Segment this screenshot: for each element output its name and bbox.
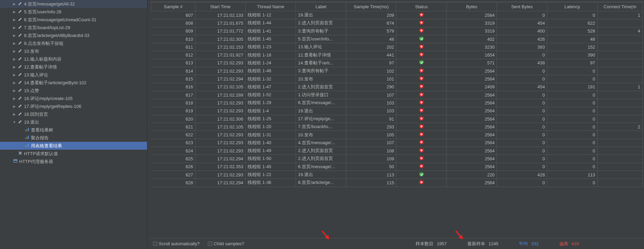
tree-item[interactable]: ▶12.查看帖子详情	[0, 63, 147, 71]
tree-arrow-icon[interactable]: ▶	[12, 10, 17, 14]
tree-item[interactable]: ▶15.点赞	[0, 87, 147, 95]
table-row[interactable]: 61517:21:02.294线程组 1-3210.发布101256400	[151, 75, 643, 83]
tree-item[interactable]: ▶8.首页/article/getAllByBoardId-33	[0, 32, 147, 39]
table-row[interactable]: 61317:21:02.293线程组 1-2414.查看帖子/arti...97…	[151, 59, 643, 67]
table-row[interactable]: 61617:21:02.105线程组 1-472.进入到页面首页29024094…	[151, 83, 643, 91]
child-samples-input[interactable]	[208, 241, 212, 246]
status-fail-icon	[419, 148, 424, 153]
cell-thread: 线程组 1-52	[246, 91, 296, 99]
tree-item[interactable]: ▶4.首页/message/getAll-32	[0, 0, 147, 8]
pencil-icon	[17, 25, 23, 30]
tree-item[interactable]: ▶10.发布	[0, 47, 147, 55]
scroll-auto-input[interactable]	[153, 241, 157, 246]
cell-status	[396, 99, 447, 107]
table-row[interactable]: 61817:21:02.293线程组 1-296.首页/message/...1…	[151, 99, 643, 107]
child-samples-checkbox[interactable]: Child samples?	[208, 241, 244, 246]
pencil-icon	[17, 64, 23, 70]
table-row[interactable]: 61017:21:02.305线程组 1-455.首页/user/info...…	[151, 35, 643, 43]
cell-bytes: 220	[446, 171, 497, 178]
column-header[interactable]: Sent Bytes	[497, 2, 547, 11]
tree-item[interactable]: ▶9.点击发布帖子按钮	[0, 39, 147, 47]
column-header[interactable]: Thread Name	[246, 2, 296, 11]
tree-item[interactable]: ▶5.首页/user/info-28	[0, 8, 147, 16]
tree-item[interactable]: ▶18.回到首页	[0, 110, 147, 118]
cell-sample-time: 674	[346, 19, 396, 27]
table-row[interactable]: 62817:21:02.294线程组 1-368.首页/article/ge..…	[151, 179, 643, 187]
table-row[interactable]: 61717:21:02.289线程组 1-521.访问登录接口107256400	[151, 91, 643, 99]
tree-item[interactable]: ▶16.评论/reply/create-105	[0, 95, 147, 102]
tree-arrow-icon[interactable]: ▶	[12, 18, 17, 22]
column-header[interactable]: Status	[396, 2, 447, 11]
cell-connect-time	[597, 147, 642, 155]
column-header[interactable]: Connect Time(m	[597, 2, 642, 11]
tree-arrow-icon[interactable]: ▼	[12, 120, 17, 124]
tree-item[interactable]: 用表格查看结果	[0, 142, 147, 150]
cell-connect-time	[597, 91, 642, 99]
tree-arrow-icon[interactable]: ▶	[12, 26, 17, 29]
cell-sent-bytes: 0	[497, 115, 547, 123]
tree-arrow-icon[interactable]: ▶	[12, 2, 17, 6]
cell-sample-time: 48	[346, 35, 396, 43]
column-header[interactable]: Sample Time(ms)	[346, 2, 396, 11]
table-row[interactable]: 61217:21:01.927线程组 1-1812.查看帖子详情44116540…	[151, 51, 643, 59]
cell-latency: 0	[547, 163, 597, 171]
tree-arrow-icon[interactable]: ▶	[12, 65, 17, 69]
tree-arrow-icon[interactable]: ▶	[12, 81, 17, 85]
column-header[interactable]: Sample #	[151, 2, 195, 11]
tree-arrow-icon[interactable]: ▶	[12, 112, 17, 116]
scroll-auto-checkbox[interactable]: Scroll automatically?	[153, 241, 200, 246]
tree-item[interactable]: ▶17.评论/reply/getReplies-106	[0, 102, 147, 110]
tree-item[interactable]: HTTP请求默认值	[0, 150, 147, 158]
tree-arrow-icon[interactable]: ▶	[12, 89, 17, 92]
tree-arrow-icon[interactable]: ▶	[12, 73, 17, 77]
table-row[interactable]: 61417:21:02.293线程组 1-483.查询所有帖子102256400	[151, 67, 643, 75]
tree-item[interactable]: ▼19.退出	[0, 118, 147, 126]
tree-arrow-icon[interactable]: ▶	[12, 57, 17, 61]
tree-item[interactable]: ▶6.首页/message/getUnreadCount-31	[0, 16, 147, 24]
tree-arrow-icon[interactable]: ▶	[12, 41, 17, 45]
cell-latency: 0	[547, 179, 597, 187]
column-header[interactable]: Label	[296, 2, 346, 11]
cell-sent-bytes: 426	[497, 35, 547, 43]
tree-item[interactable]: ▶11.输入标题和内容	[0, 55, 147, 63]
cell-thread: 线程组 1-20	[246, 123, 296, 131]
tree-item[interactable]: ▶14.查看帖子/article/getById-102	[0, 79, 147, 87]
tree-item[interactable]: 查看结果树	[0, 126, 147, 134]
table-row[interactable]: 62117:21:02.105线程组 1-207.首页/board/to...2…	[151, 123, 643, 131]
tree-arrow-icon[interactable]: ▶	[12, 104, 17, 108]
status-fail-icon	[419, 100, 424, 105]
table-row[interactable]: 60717:21:02.133线程组 1-1219.退出2092564001	[151, 11, 643, 19]
table-row[interactable]: 62017:21:02.306线程组 1-2517.评论/reply/ge...…	[151, 115, 643, 123]
table-row[interactable]: 62217:21:02.293线程组 1-3110.发布105256400	[151, 131, 643, 139]
tree-arrow-icon[interactable]: ▶	[12, 97, 17, 100]
svg-rect-7	[27, 145, 27, 147]
tree-item-label: 用表格查看结果	[31, 143, 62, 149]
cell-connect-time	[597, 155, 642, 163]
tree-item[interactable]: ▶7.首页/board/topList-29	[0, 24, 147, 32]
cell-latency: 528	[547, 27, 597, 35]
cell-sample-n: 621	[151, 123, 195, 131]
cell-sample-time: 102	[346, 67, 396, 75]
table-row[interactable]: 62717:21:02.293线程组 1-2219.退出113220428113	[151, 171, 643, 178]
column-header[interactable]: Start Time	[195, 2, 246, 11]
tree-item[interactable]: 聚合报告	[0, 134, 147, 142]
table-row[interactable]: 60817:21:01.675线程组 1-442.进入到页面首页67433194…	[151, 19, 643, 27]
pencil-icon	[17, 48, 23, 54]
column-header[interactable]: Latency	[547, 2, 597, 11]
table-row[interactable]: 61917:21:02.293线程组 1-419.退出103256400	[151, 107, 643, 115]
cell-sample-time: 441	[346, 51, 396, 59]
cell-status	[396, 171, 447, 178]
tree-arrow-icon[interactable]: ▶	[12, 34, 17, 37]
tree-arrow-icon[interactable]: ▶	[12, 49, 17, 53]
cell-connect-time	[597, 131, 642, 139]
table-row[interactable]: 62517:21:02.294线程组 1-502.进入到页面首页10925640…	[151, 155, 643, 163]
table-row[interactable]: 62417:21:02.293线程组 1-492.进入到页面首页10825640…	[151, 147, 643, 155]
cell-connect-time	[597, 67, 642, 75]
table-row[interactable]: 61117:21:02.153线程组 1-2313.输入评论2023230393…	[151, 43, 643, 51]
tree-item[interactable]: ▶13.输入评论	[0, 71, 147, 79]
table-row[interactable]: 62617:21:02.353线程组 1-456.首页/message/...5…	[151, 163, 643, 171]
tree-item[interactable]: HTTP代理服务器	[0, 158, 147, 165]
table-row[interactable]: 62317:21:02.293线程组 1-404.首页/message/...1…	[151, 139, 643, 147]
table-row[interactable]: 60917:21:01.772线程组 1-413.查询所有帖子579331940…	[151, 27, 643, 35]
column-header[interactable]: Bytes	[446, 2, 497, 11]
